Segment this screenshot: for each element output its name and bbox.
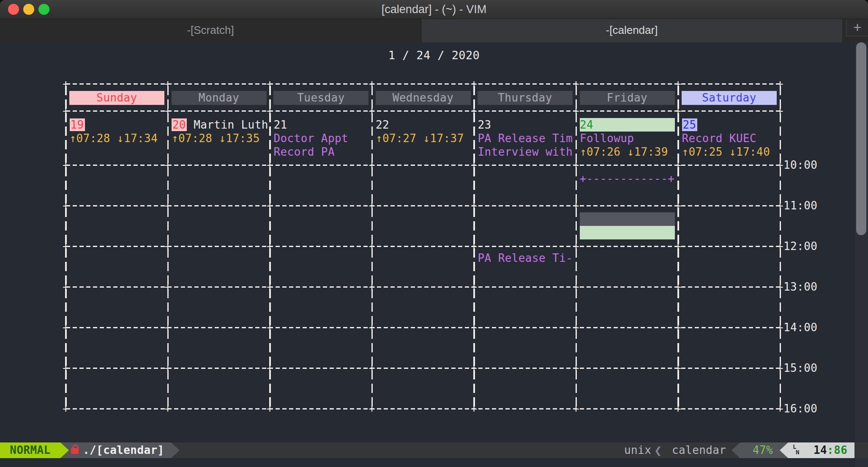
day-cell-22[interactable]: 22 <box>376 118 472 132</box>
day-header-saturday: Saturday <box>682 91 777 105</box>
event-block-current[interactable] <box>580 226 675 239</box>
grid-plus-mark: + <box>573 159 579 171</box>
new-tab-button[interactable]: + <box>846 19 868 36</box>
day-number: 24 <box>580 118 593 131</box>
event-block-selected[interactable] <box>580 212 675 226</box>
grid-plus-mark: + <box>164 77 171 90</box>
grid-plus-mark: + <box>777 199 783 212</box>
time-label-14:00: 14:00 <box>783 321 817 334</box>
tab-bar: -[Scratch] -[calendar] + <box>0 19 868 42</box>
grid-plus-mark: + <box>471 362 477 374</box>
grid-plus-mark: + <box>164 362 171 374</box>
grid-plus-mark: + <box>368 240 375 252</box>
vim-window: [calendar] - (~) - VIM -[Scratch] -[cale… <box>0 0 868 467</box>
grid-plus-mark: + <box>267 104 273 117</box>
calendar-date-title: 1 / 24 / 2020 <box>0 49 868 62</box>
event-label[interactable]: PA Release Tim <box>478 132 575 145</box>
grid-plus-mark: + <box>267 240 273 252</box>
filetype: calendar <box>672 442 726 458</box>
grid-hline <box>66 368 781 369</box>
sunrise-sunset-times[interactable]: ↑07:28 ↓17:35 <box>172 132 268 145</box>
grid-plus-mark: + <box>164 104 171 117</box>
grid-plus-mark: + <box>368 199 375 212</box>
grid-hline <box>66 408 781 410</box>
window-title: [calendar] - (~) - VIM <box>0 0 868 19</box>
grid-plus-mark: + <box>777 402 783 415</box>
grid-plus-mark: + <box>267 159 273 171</box>
cursor-column: :86 <box>827 444 847 456</box>
day-header-wednesday: Wednesday <box>376 91 471 105</box>
day-cell-23[interactable]: 23 <box>478 118 575 132</box>
time-label-10:00: 10:00 <box>783 158 817 172</box>
grid-hline <box>66 205 781 207</box>
grid-plus-mark: + <box>573 104 579 117</box>
grid-plus-mark: + <box>63 402 69 415</box>
sunrise-sunset-times[interactable]: ↑07:26 ↓17:39 <box>580 145 677 159</box>
grid-plus-mark: + <box>675 159 681 171</box>
grid-plus-mark: + <box>777 77 783 90</box>
grid-plus-mark: + <box>471 199 477 212</box>
grid-hline <box>66 286 781 288</box>
lock-icon <box>71 448 79 454</box>
grid-plus-mark: + <box>675 104 681 117</box>
scrollbar-thumb[interactable] <box>856 42 866 235</box>
day-number: 20 <box>172 118 187 131</box>
day-cell-19[interactable]: 19 <box>70 118 167 132</box>
day-cell-25[interactable]: 25 <box>682 118 779 132</box>
grid-plus-mark: + <box>471 280 477 293</box>
grid-plus-mark: + <box>777 362 783 374</box>
grid-plus-mark: + <box>63 321 69 333</box>
grid-plus-mark: + <box>675 240 681 252</box>
sunrise-sunset-times[interactable]: ↑07:27 ↓17:37 <box>376 132 472 145</box>
line-number-icon: L N <box>793 444 799 455</box>
event-label[interactable]: Record KUEC <box>682 132 779 145</box>
day-number: 22 <box>376 118 389 131</box>
event-label[interactable]: Followup <box>580 132 677 145</box>
fileformat: unix <box>624 442 651 458</box>
day-cell-21[interactable]: 21 <box>274 118 371 132</box>
day-number: 25 <box>682 118 697 131</box>
day-cell-20[interactable]: 20 Martin Luth <box>172 118 268 132</box>
grid-plus-mark: + <box>777 159 783 171</box>
grid-plus-mark: + <box>63 240 69 252</box>
event-label[interactable]: Interview with <box>478 145 575 159</box>
day-cell-24[interactable]: 24 <box>580 118 677 132</box>
current-file: ./[calendar] <box>83 442 164 458</box>
grid-hline <box>66 83 781 85</box>
grid-plus-mark: + <box>573 240 579 252</box>
vim-mode: NORMAL <box>0 442 60 458</box>
tab-calendar[interactable]: -[calendar] <box>421 19 842 42</box>
grid-plus-mark: + <box>573 362 579 374</box>
grid-plus-mark: + <box>777 280 783 293</box>
grid-plus-mark: + <box>573 280 579 293</box>
grid-plus-mark: + <box>267 362 273 374</box>
scroll-percent: 47% <box>746 442 780 458</box>
grid-plus-mark: + <box>267 77 273 90</box>
grid-plus-mark: + <box>471 159 477 171</box>
grid-plus-mark: + <box>164 402 171 415</box>
day-number: 21 <box>274 118 287 131</box>
day-number: 19 <box>70 118 85 131</box>
grid-plus-mark: + <box>267 280 273 293</box>
event-frame-border: +------------+ <box>580 172 677 185</box>
day-header-tuesday: Tuesday <box>273 91 368 105</box>
time-label-16:00: 16:00 <box>783 402 817 415</box>
calendar-week-view: 1 / 24 / 2020 ++++++++++++++++++++++++++… <box>0 42 868 467</box>
grid-plus-mark: + <box>267 402 273 415</box>
grid-plus-mark: + <box>164 240 171 252</box>
grid-plus-mark: + <box>777 240 783 252</box>
event-label-overflow[interactable]: PA Release Ti- <box>478 251 575 265</box>
grid-plus-mark: + <box>164 199 171 212</box>
sunrise-sunset-times[interactable]: ↑07:28 ↓17:34 <box>70 132 167 145</box>
tab-scratch[interactable]: -[Scratch] <box>0 19 421 42</box>
event-label[interactable]: Doctor Appt <box>274 132 371 145</box>
event-label[interactable]: Record PA <box>274 145 371 159</box>
grid-plus-mark: + <box>164 280 171 293</box>
chevron-left-icon: ❮ <box>654 442 662 458</box>
grid-plus-mark: + <box>675 402 681 415</box>
sunrise-sunset-times[interactable]: ↑07:25 ↓17:40 <box>682 145 779 159</box>
grid-plus-mark: + <box>164 159 171 171</box>
status-bar: NORMAL ./[calendar] unix ❮ calendar 47% … <box>0 442 868 458</box>
grid-plus-mark: + <box>573 321 579 333</box>
grid-plus-mark: + <box>368 362 375 374</box>
